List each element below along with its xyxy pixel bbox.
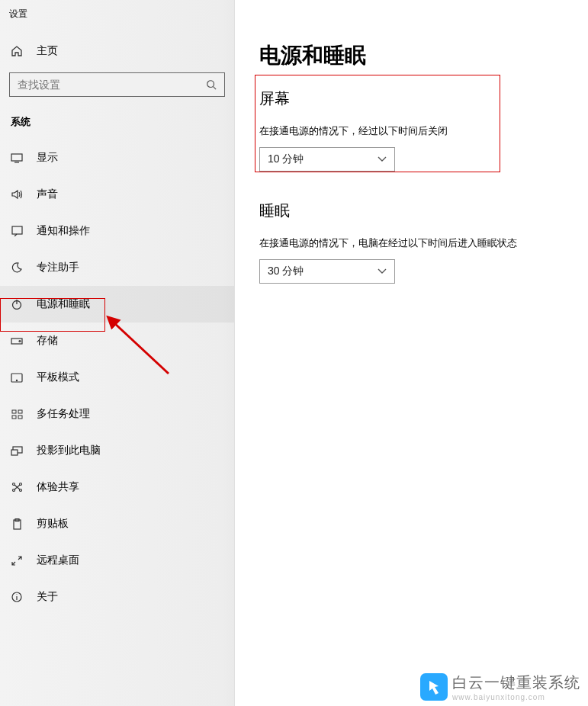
notification-icon xyxy=(11,226,23,236)
svg-rect-1 xyxy=(11,154,22,161)
sidebar-item-label: 专注助手 xyxy=(37,261,79,274)
watermark-text-zh: 白云一键重装系统 xyxy=(452,672,580,693)
svg-rect-10 xyxy=(12,416,16,419)
window-title: 设置 xyxy=(0,5,234,34)
share-icon xyxy=(11,482,23,493)
search-input-field[interactable] xyxy=(18,79,185,91)
clipboard-icon xyxy=(11,518,23,530)
project-icon xyxy=(11,446,23,456)
sidebar-item-projecting[interactable]: 投影到此电脑 xyxy=(0,432,234,469)
sidebar-item-display[interactable]: 显示 xyxy=(0,140,234,176)
sidebar-item-label: 声音 xyxy=(37,188,58,201)
sidebar-item-sound[interactable]: 声音 xyxy=(0,176,234,213)
sidebar-item-notifications[interactable]: 通知和操作 xyxy=(0,213,234,249)
sidebar-item-label: 投影到此电脑 xyxy=(37,444,101,457)
svg-rect-13 xyxy=(11,450,18,455)
sidebar-item-focus[interactable]: 专注助手 xyxy=(0,249,234,286)
sidebar-item-about[interactable]: 关于 xyxy=(0,579,234,615)
dropdown-value: 10 分钟 xyxy=(268,152,304,166)
sidebar-item-multitask[interactable]: 多任务处理 xyxy=(0,396,234,432)
category-label: 系统 xyxy=(0,108,234,140)
sidebar-item-clipboard[interactable]: 剪贴板 xyxy=(0,505,234,542)
screen-timeout-dropdown[interactable]: 10 分钟 xyxy=(259,147,395,172)
screen-section-desc: 在接通电源的情况下，经过以下时间后关闭 xyxy=(259,124,588,138)
sidebar-item-label: 显示 xyxy=(37,151,58,165)
screen-section: 屏幕 在接通电源的情况下，经过以下时间后关闭 10 分钟 xyxy=(259,88,588,172)
dropdown-value: 30 分钟 xyxy=(268,265,304,278)
display-icon xyxy=(11,153,23,163)
sidebar-item-label: 存储 xyxy=(37,334,58,348)
sidebar-item-label: 剪贴板 xyxy=(37,517,69,531)
sleep-section-title: 睡眠 xyxy=(259,201,588,221)
watermark-text-en: www.baiyunxitong.com xyxy=(452,693,580,701)
sidebar-item-tablet[interactable]: 平板模式 xyxy=(0,359,234,396)
svg-rect-11 xyxy=(18,416,22,419)
sidebar-item-shared[interactable]: 体验共享 xyxy=(0,469,234,505)
sidebar-item-home[interactable]: 主页 xyxy=(0,34,234,68)
tablet-icon xyxy=(11,373,23,383)
content-pane: 电源和睡眠 屏幕 在接通电源的情况下，经过以下时间后关闭 10 分钟 睡眠 在接… xyxy=(235,0,588,706)
remote-icon xyxy=(11,556,23,566)
sidebar-item-label: 主页 xyxy=(37,44,58,58)
moon-icon xyxy=(11,262,23,273)
svg-rect-8 xyxy=(12,410,16,413)
svg-point-7 xyxy=(16,380,17,380)
multitask-icon xyxy=(11,409,23,419)
sidebar-item-label: 通知和操作 xyxy=(37,224,90,238)
watermark: 白云一键重装系统 www.baiyunxitong.com xyxy=(420,672,580,701)
home-icon xyxy=(11,45,23,57)
screen-section-title: 屏幕 xyxy=(259,88,588,109)
power-icon xyxy=(11,299,23,310)
sleep-timeout-dropdown[interactable]: 30 分钟 xyxy=(259,259,395,284)
page-title: 电源和睡眠 xyxy=(259,41,588,70)
sidebar-item-label: 电源和睡眠 xyxy=(37,297,90,311)
svg-point-0 xyxy=(207,81,214,88)
sidebar-item-power-sleep[interactable]: 电源和睡眠 xyxy=(0,286,234,323)
sidebar-item-label: 体验共享 xyxy=(37,480,79,494)
search-icon xyxy=(206,79,217,90)
chevron-down-icon xyxy=(378,156,387,162)
sleep-section: 睡眠 在接通电源的情况下，电脑在经过以下时间后进入睡眠状态 30 分钟 xyxy=(259,201,588,284)
sidebar-item-label: 关于 xyxy=(37,590,58,604)
storage-icon xyxy=(11,338,23,345)
search-input[interactable] xyxy=(9,72,225,97)
chevron-down-icon xyxy=(378,268,387,274)
sidebar-item-label: 多任务处理 xyxy=(37,407,90,421)
svg-rect-2 xyxy=(12,226,22,234)
sound-icon xyxy=(11,189,23,200)
svg-rect-9 xyxy=(18,410,22,413)
sleep-section-desc: 在接通电源的情况下，电脑在经过以下时间后进入睡眠状态 xyxy=(259,236,588,250)
sidebar-item-label: 平板模式 xyxy=(37,371,79,384)
sidebar-item-storage[interactable]: 存储 xyxy=(0,323,234,359)
sidebar: 设置 主页 系统 显示 声音 xyxy=(0,0,235,706)
watermark-logo-icon xyxy=(420,673,448,701)
svg-point-5 xyxy=(19,340,21,342)
sidebar-item-remote[interactable]: 远程桌面 xyxy=(0,542,234,579)
info-icon xyxy=(11,592,23,602)
sidebar-item-label: 远程桌面 xyxy=(37,554,79,567)
